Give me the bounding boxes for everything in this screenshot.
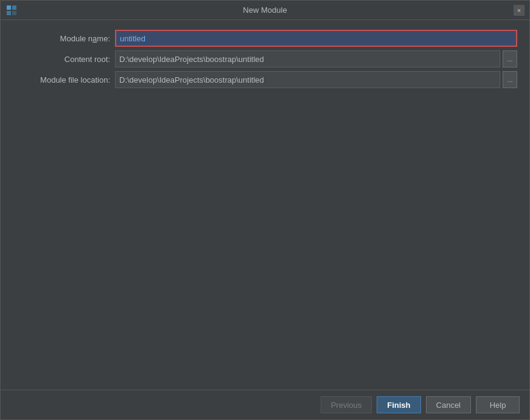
module-file-location-input[interactable]	[115, 71, 500, 88]
module-file-location-row: Module file location: ...	[13, 71, 517, 88]
module-name-row: Module name:	[13, 30, 517, 47]
svg-rect-0	[7, 5, 11, 10]
module-name-input-container	[115, 30, 517, 47]
content-root-input-container: ...	[115, 50, 517, 67]
module-name-input[interactable]	[115, 30, 517, 47]
content-root-row: Content root: ...	[13, 50, 517, 67]
help-button[interactable]: Help	[476, 396, 520, 413]
module-file-location-label: Module file location:	[13, 75, 110, 84]
module-file-location-browse-button[interactable]: ...	[503, 71, 517, 88]
finish-button[interactable]: Finish	[377, 396, 420, 413]
title-bar: New Module ×	[1, 1, 529, 20]
module-file-location-input-container: ...	[115, 71, 517, 88]
module-name-label: Module name:	[13, 34, 110, 43]
app-logo-icon	[5, 4, 18, 16]
dialog-content: Module name: Content root: ... Module fi…	[1, 20, 529, 390]
form-section: Module name: Content root: ... Module fi…	[13, 30, 517, 88]
dialog-footer: Previous Finish Cancel Help	[1, 390, 529, 419]
content-spacer	[13, 88, 517, 380]
content-root-label: Content root:	[13, 55, 110, 64]
svg-rect-2	[7, 11, 11, 15]
previous-button[interactable]: Previous	[321, 396, 372, 413]
dialog-title: New Module	[243, 5, 287, 15]
close-button[interactable]: ×	[514, 5, 525, 16]
cancel-button[interactable]: Cancel	[426, 396, 471, 413]
content-root-browse-button[interactable]: ...	[503, 50, 517, 67]
content-root-input[interactable]	[115, 50, 500, 67]
svg-rect-3	[12, 11, 16, 15]
svg-rect-1	[12, 5, 16, 10]
title-bar-left	[5, 4, 18, 16]
dialog-window: New Module × Module name: Content root: …	[0, 0, 530, 420]
